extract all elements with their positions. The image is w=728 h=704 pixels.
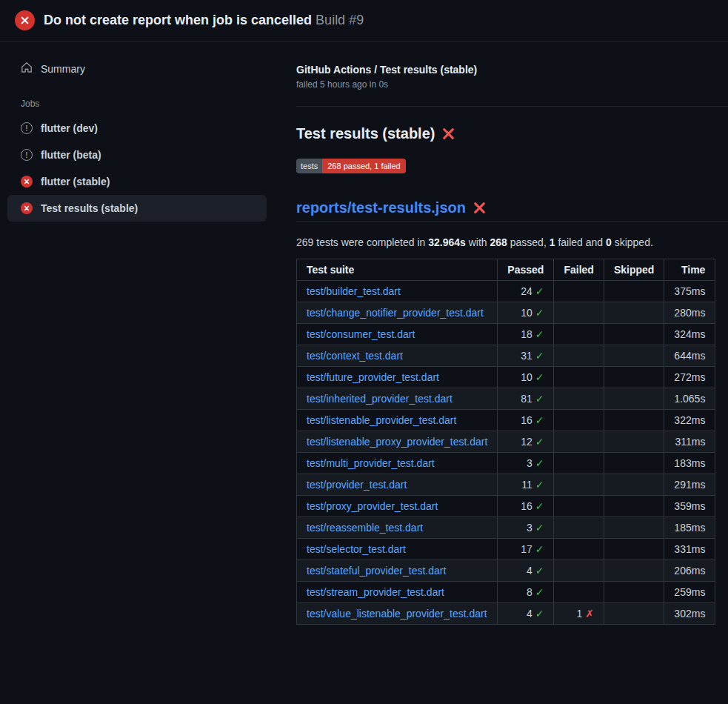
suite-link[interactable]: test/listenable_provider_test.dart: [307, 414, 456, 426]
sidebar-item-test-results-stable[interactable]: Test results (stable): [7, 195, 267, 222]
failed-cell: 1 ✗: [554, 603, 604, 625]
table-row: test/value_listenable_provider_test.dart…: [297, 603, 715, 625]
col-time: Time: [664, 259, 715, 281]
col-skipped: Skipped: [604, 259, 664, 281]
table-header-row: Test suite Passed Failed Skipped Time: [297, 259, 715, 281]
results-table-body: test/builder_test.dart24 ✓375mstest/chan…: [297, 281, 715, 625]
table-row: test/context_test.dart31 ✓644ms: [297, 345, 715, 367]
passed-cell: 4 ✓: [498, 603, 554, 625]
suite-link[interactable]: test/stateful_provider_test.dart: [307, 565, 446, 577]
suite-cell: test/builder_test.dart: [297, 281, 498, 302]
suite-link[interactable]: test/selector_test.dart: [307, 543, 406, 555]
sidebar-item-flutter-dev[interactable]: !flutter (dev): [7, 115, 267, 142]
check-icon: ✓: [535, 307, 544, 319]
suite-cell: test/change_notifier_provider_test.dart: [297, 302, 498, 324]
passed-cell: 8 ✓: [498, 582, 554, 603]
run-title: Do not create report when job is cancell…: [44, 13, 312, 27]
check-icon: ✓: [535, 328, 544, 340]
failed-cell: [554, 367, 604, 388]
suite-cell: test/stream_provider_test.dart: [297, 582, 498, 603]
suite-cell: test/stateful_provider_test.dart: [297, 560, 498, 582]
table-row: test/consumer_test.dart18 ✓324ms: [297, 324, 715, 345]
skipped-cell: [604, 431, 664, 453]
failed-cell: [554, 388, 604, 410]
time-cell: 280ms: [664, 302, 715, 324]
check-icon: ✓: [535, 350, 544, 362]
failed-cell: [554, 517, 604, 539]
x-circle-icon: [21, 176, 33, 187]
suite-link[interactable]: test/consumer_test.dart: [307, 328, 415, 340]
failed-x-icon: [472, 201, 487, 215]
skipped-cell: [604, 582, 664, 603]
tests-badge: tests268 passed, 1 failed: [296, 159, 406, 173]
skipped-cell: [604, 517, 664, 539]
time-cell: 185ms: [664, 517, 715, 539]
suite-cell: test/proxy_provider_test.dart: [297, 496, 498, 517]
check-icon: ✓: [535, 393, 544, 405]
table-row: test/builder_test.dart24 ✓375ms: [297, 281, 715, 302]
home-icon: [21, 62, 33, 76]
skipped-cell: [604, 345, 664, 367]
badge-value: 268 passed, 1 failed: [322, 159, 405, 173]
suite-cell: test/value_listenable_provider_test.dart: [297, 603, 498, 625]
failed-cell: [554, 560, 604, 582]
suite-cell: test/inherited_provider_test.dart: [297, 388, 498, 410]
col-test-suite: Test suite: [297, 259, 498, 281]
time-cell: 183ms: [664, 453, 715, 474]
sidebar-item-flutter-beta[interactable]: !flutter (beta): [7, 142, 267, 168]
check-icon: ✓: [535, 414, 544, 426]
check-icon: ✓: [535, 479, 544, 491]
suite-link[interactable]: test/inherited_provider_test.dart: [307, 393, 453, 405]
passed-cell: 16 ✓: [498, 496, 554, 517]
table-row: test/inherited_provider_test.dart81 ✓1.0…: [297, 388, 715, 410]
suite-cell: test/listenable_proxy_provider_test.dart: [297, 431, 498, 453]
failed-cell: [554, 410, 604, 431]
suite-link[interactable]: test/multi_provider_test.dart: [307, 457, 435, 469]
col-passed: Passed: [498, 259, 554, 281]
skipped-cell: [604, 539, 664, 560]
failed-cell: [554, 302, 604, 324]
suite-cell: test/reassemble_test.dart: [297, 517, 498, 539]
page-header: Do not create report when job is cancell…: [0, 0, 728, 41]
summary-duration: 32.964s: [428, 236, 466, 248]
report-title-row: reports/test-results.json: [296, 199, 728, 222]
suite-cell: test/context_test.dart: [297, 345, 498, 367]
suite-link[interactable]: test/value_listenable_provider_test.dart: [307, 608, 487, 620]
suite-cell: test/provider_test.dart: [297, 474, 498, 496]
neutral-circle-icon: !: [21, 122, 33, 134]
time-cell: 259ms: [664, 582, 715, 603]
skipped-cell: [604, 560, 664, 582]
skipped-cell: [604, 302, 664, 324]
suite-cell: test/consumer_test.dart: [297, 324, 498, 345]
suite-link[interactable]: test/proxy_provider_test.dart: [307, 500, 438, 512]
time-cell: 359ms: [664, 496, 715, 517]
failed-cell: [554, 431, 604, 453]
main-content: GitHub Actions / Test results (stable) f…: [274, 41, 728, 704]
skipped-cell: [604, 388, 664, 410]
suite-link[interactable]: test/change_notifier_provider_test.dart: [307, 307, 484, 319]
x-circle-icon: [21, 202, 33, 214]
suite-link[interactable]: test/reassemble_test.dart: [307, 522, 423, 534]
passed-cell: 12 ✓: [498, 431, 554, 453]
sidebar-item-flutter-stable[interactable]: flutter (stable): [7, 168, 267, 195]
report-link[interactable]: reports/test-results.json: [296, 199, 466, 216]
suite-link[interactable]: test/stream_provider_test.dart: [307, 586, 444, 598]
sidebar-item-summary[interactable]: Summary: [7, 55, 267, 82]
table-row: test/listenable_proxy_provider_test.dart…: [297, 431, 715, 453]
time-cell: 291ms: [664, 474, 715, 496]
sidebar-item-label: flutter (dev): [41, 122, 98, 134]
suite-link[interactable]: test/context_test.dart: [307, 350, 403, 362]
table-row: test/provider_test.dart11 ✓291ms: [297, 474, 715, 496]
suite-link[interactable]: test/provider_test.dart: [307, 479, 407, 491]
suite-link[interactable]: test/future_provider_test.dart: [307, 371, 439, 383]
summary-passed-count: 268: [490, 236, 507, 248]
time-cell: 311ms: [664, 431, 715, 453]
suite-link[interactable]: test/listenable_proxy_provider_test.dart: [307, 436, 487, 448]
table-row: test/proxy_provider_test.dart16 ✓359ms: [297, 496, 715, 517]
table-row: test/listenable_provider_test.dart16 ✓32…: [297, 410, 715, 431]
failed-cell: [554, 474, 604, 496]
suite-cell: test/selector_test.dart: [297, 539, 498, 560]
suite-cell: test/multi_provider_test.dart: [297, 453, 498, 474]
suite-link[interactable]: test/builder_test.dart: [307, 285, 401, 297]
check-icon: ✓: [535, 522, 544, 534]
